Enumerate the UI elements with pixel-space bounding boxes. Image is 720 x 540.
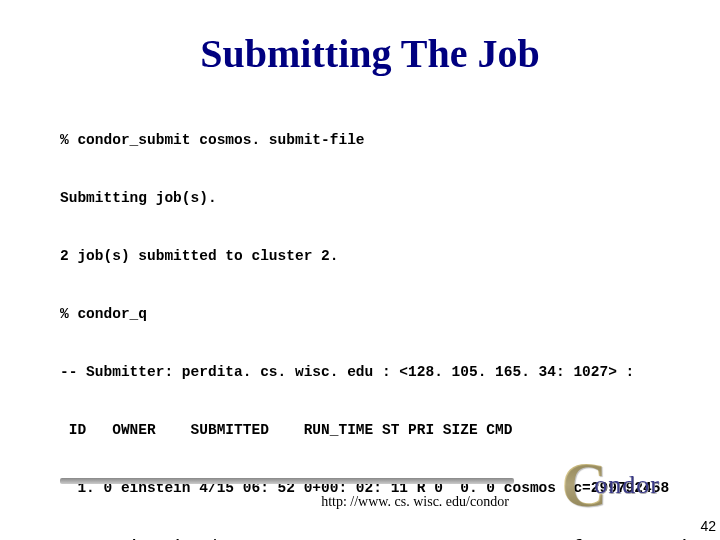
cmd-submit: % condor_submit cosmos. submit-file [60,126,680,155]
page-number: 42 [700,518,716,534]
msg-count: 2 job(s) submitted to cluster 2. [60,242,680,271]
cmd-q: % condor_q [60,300,680,329]
queue-row: 2. 0 einstein 4/15 06: 56 0+00: 00: 00 I… [60,532,680,540]
logo-text: ondor [594,470,660,499]
slide-title: Submitting The Job [60,30,680,77]
queue-header: ID OWNER SUBMITTED RUN_TIME ST PRI SIZE … [60,416,680,445]
msg-submitter: -- Submitter: perdita. cs. wisc. edu : <… [60,358,680,387]
divider [60,478,514,484]
msg-submitting: Submitting job(s). [60,184,680,213]
condor-logo: Condor [561,448,660,522]
